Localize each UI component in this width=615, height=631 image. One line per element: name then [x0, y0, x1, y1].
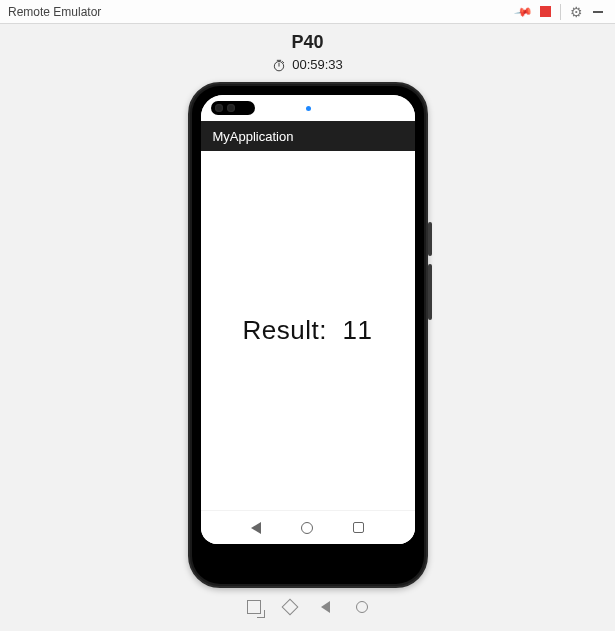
- nav-back-icon[interactable]: [251, 522, 261, 534]
- content-area: P40 00:59:33: [0, 24, 615, 631]
- nav-home-icon[interactable]: [301, 522, 313, 534]
- device-name: P40: [291, 32, 323, 53]
- pin-icon: 📌: [513, 1, 533, 21]
- emulator-toolbar: [245, 598, 371, 616]
- home-icon: [356, 601, 368, 613]
- home-button[interactable]: [353, 598, 371, 616]
- device-screen[interactable]: MyApplication Result: 11: [201, 95, 415, 544]
- app-title: MyApplication: [213, 129, 294, 144]
- app-bar: MyApplication: [201, 121, 415, 151]
- timer-row: 00:59:33: [272, 57, 343, 72]
- phone-frame: MyApplication Result: 11: [188, 82, 428, 588]
- clear-button[interactable]: [281, 598, 299, 616]
- settings-button[interactable]: ⚙: [565, 1, 587, 23]
- minimize-button[interactable]: [587, 1, 609, 23]
- separator: [560, 4, 561, 20]
- back-icon: [321, 601, 330, 613]
- diamond-icon: [281, 599, 298, 616]
- android-navbar: [201, 510, 415, 544]
- timer-value: 00:59:33: [292, 57, 343, 72]
- emulator-panel: Remote Emulator 📌 ⚙ P40: [0, 0, 615, 631]
- result-label: Result:: [243, 315, 327, 345]
- pin-button[interactable]: 📌: [512, 1, 534, 23]
- status-bar: [201, 95, 415, 121]
- nav-recents-icon[interactable]: [353, 522, 364, 533]
- minimize-icon: [593, 11, 603, 13]
- status-indicator: [306, 106, 311, 111]
- camera-cutout: [211, 101, 255, 115]
- app-content: Result: 11: [201, 151, 415, 510]
- back-button[interactable]: [317, 598, 335, 616]
- stop-button[interactable]: [534, 1, 556, 23]
- power-button: [428, 264, 432, 320]
- stop-icon: [540, 6, 551, 17]
- rotate-icon: [247, 600, 261, 614]
- titlebar: Remote Emulator 📌 ⚙: [0, 0, 615, 24]
- phone-inner: MyApplication Result: 11: [192, 86, 424, 584]
- titlebar-actions: 📌 ⚙: [512, 1, 609, 23]
- volume-button: [428, 222, 432, 256]
- gear-icon: ⚙: [570, 5, 583, 19]
- rotate-button[interactable]: [245, 598, 263, 616]
- clock-icon: [272, 58, 286, 72]
- window-title: Remote Emulator: [8, 5, 512, 19]
- result-text: Result: 11: [243, 315, 373, 346]
- result-value: 11: [342, 315, 372, 345]
